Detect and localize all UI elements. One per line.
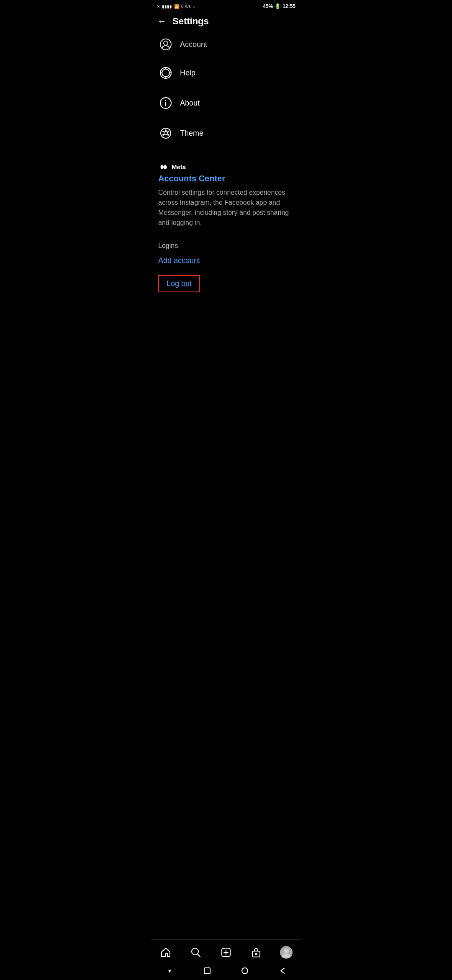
svg-line-4: [163, 70, 169, 76]
signal-bars: ▮▮▮▮: [162, 4, 172, 9]
page-title: Settings: [172, 16, 209, 27]
data-speed: 0 K/s: [181, 4, 191, 9]
circle-icon: ○: [193, 4, 195, 9]
accounts-center-description: Control settings for connected experienc…: [158, 188, 294, 228]
signal-icon: ✕: [157, 4, 160, 9]
help-label: Help: [180, 69, 195, 77]
svg-point-14: [162, 131, 164, 132]
section-spacer: [151, 148, 301, 156]
menu-item-account-partial[interactable]: Account: [151, 33, 301, 58]
menu-item-help[interactable]: Help: [151, 58, 301, 88]
battery-percent: 45%: [263, 3, 273, 9]
status-right: 45% 🔋 12:55: [263, 3, 295, 9]
about-icon: [158, 95, 173, 111]
theme-icon: [158, 126, 173, 141]
svg-point-17: [167, 134, 169, 136]
account-icon: [158, 37, 173, 52]
theme-label: Theme: [180, 129, 203, 138]
logins-section: Logins Add account Log out: [151, 232, 301, 296]
svg-point-16: [167, 131, 169, 132]
add-account-button[interactable]: Add account: [158, 256, 294, 265]
svg-point-18: [162, 134, 164, 136]
logins-label: Logins: [158, 242, 294, 250]
svg-point-11: [165, 100, 167, 101]
battery-icon: 🔋: [275, 3, 281, 9]
status-left: ✕ ▮▮▮▮ 📶 0 K/s ○: [157, 4, 195, 9]
svg-point-13: [164, 132, 167, 135]
meta-text: Meta: [172, 163, 186, 170]
back-button[interactable]: ←: [157, 17, 167, 26]
clock: 12:55: [282, 3, 295, 9]
meta-section: Meta Accounts Center Control settings fo…: [151, 156, 301, 232]
wifi-icon: 📶: [174, 4, 179, 9]
status-bar: ✕ ▮▮▮▮ 📶 0 K/s ○ 45% 🔋 12:55: [151, 0, 301, 12]
help-icon: [158, 65, 173, 80]
svg-point-15: [165, 129, 167, 131]
about-label: About: [180, 99, 200, 108]
menu-item-about[interactable]: About: [151, 88, 301, 118]
accounts-center-link[interactable]: Accounts Center: [158, 174, 294, 183]
svg-point-3: [162, 69, 170, 77]
settings-menu: Help About Theme: [151, 58, 301, 148]
logout-button[interactable]: Log out: [158, 275, 200, 292]
menu-item-theme[interactable]: Theme: [151, 118, 301, 148]
settings-header: ← Settings: [151, 12, 301, 33]
meta-logo-icon: [158, 164, 169, 170]
svg-point-1: [164, 41, 168, 45]
meta-logo-row: Meta: [158, 163, 294, 170]
account-label: Account: [180, 40, 207, 49]
